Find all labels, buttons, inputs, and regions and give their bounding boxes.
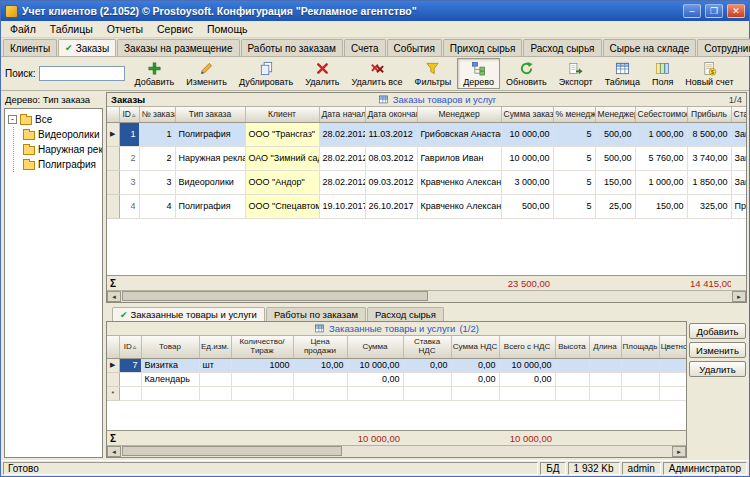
cell[interactable]: 1 000,00: [635, 122, 687, 146]
column-header[interactable]: Ед.изм.: [199, 336, 231, 358]
cell[interactable]: 0,00: [451, 372, 499, 386]
tab-расход-сырья[interactable]: Расход сырья: [367, 307, 444, 321]
cell[interactable]: 19.10.2017: [319, 194, 365, 218]
maximize-button[interactable]: ❐: [705, 4, 723, 18]
cell[interactable]: Кравченко Александр: [417, 170, 501, 194]
cell[interactable]: 0,00: [347, 372, 403, 386]
delete-button[interactable]: Удалить: [299, 58, 345, 89]
column-header[interactable]: Себестоимость: [635, 107, 687, 122]
cell[interactable]: Полиграфия: [175, 122, 245, 146]
cell[interactable]: [451, 386, 499, 400]
column-header[interactable]: Статус заказа: [731, 107, 746, 122]
cell[interactable]: 26.10.2017: [365, 194, 417, 218]
table-row[interactable]: *: [107, 386, 686, 400]
cell[interactable]: 0,00: [499, 372, 555, 386]
cell[interactable]: 500,00: [501, 194, 553, 218]
table-row[interactable]: 22Наружная рекламаОАО "Зимний сад"28.02.…: [107, 146, 746, 170]
cell[interactable]: 325,00: [687, 194, 731, 218]
cell[interactable]: 3: [139, 170, 175, 194]
menu-item[interactable]: Файл: [3, 22, 43, 36]
cell[interactable]: [589, 386, 621, 400]
column-header[interactable]: Клиент: [245, 107, 319, 122]
detail-delete-button[interactable]: Удалить: [689, 361, 746, 377]
cell[interactable]: 08.03.2012: [365, 146, 417, 170]
cell[interactable]: [119, 372, 141, 386]
column-header[interactable]: Высота: [555, 336, 589, 358]
cell[interactable]: Проект: [731, 194, 746, 218]
detail-edit-button[interactable]: Изменить: [689, 342, 746, 358]
cell[interactable]: 2: [139, 146, 175, 170]
cell[interactable]: [555, 386, 589, 400]
cell[interactable]: Визитка: [141, 358, 199, 372]
cell[interactable]: [231, 372, 293, 386]
cell[interactable]: 10,00: [293, 358, 347, 372]
cell[interactable]: [403, 386, 451, 400]
column-header[interactable]: Площадь: [621, 336, 659, 358]
export-button[interactable]: Экспорт: [553, 58, 599, 89]
tree-item[interactable]: Наружная реклама: [21, 142, 101, 157]
cell[interactable]: 5: [553, 146, 595, 170]
new-invoice-button[interactable]: $Новый счет: [679, 58, 739, 89]
cell[interactable]: 4: [139, 194, 175, 218]
cell[interactable]: 500,00: [595, 146, 635, 170]
column-header[interactable]: Прибыль: [687, 107, 731, 122]
cell[interactable]: 5: [553, 122, 595, 146]
cell[interactable]: 25,00: [595, 194, 635, 218]
detail-add-button[interactable]: Добавить: [689, 323, 746, 339]
tab-расход-сырья[interactable]: Расход сырья: [523, 39, 601, 56]
cell[interactable]: ООО "Спецавтомат": [245, 194, 319, 218]
cell[interactable]: Завершен: [731, 146, 746, 170]
cell[interactable]: 5 760,00: [635, 146, 687, 170]
scroll-left-icon[interactable]: ◄: [107, 446, 121, 457]
tree-item[interactable]: Видеоролики: [21, 127, 101, 142]
column-header[interactable]: ID▵: [119, 107, 139, 122]
column-header[interactable]: Менеджер: [417, 107, 501, 122]
cell[interactable]: 28.02.2012: [319, 146, 365, 170]
cell[interactable]: 10 000,00: [347, 358, 403, 372]
cell[interactable]: ООО "Трансгаз": [245, 122, 319, 146]
detail-hscrollbar[interactable]: ◄ ►: [107, 445, 686, 457]
cell[interactable]: 150,00: [635, 194, 687, 218]
cell[interactable]: 500,00: [595, 122, 635, 146]
cell[interactable]: [621, 372, 659, 386]
column-header[interactable]: Дата начала: [319, 107, 365, 122]
cell[interactable]: [199, 372, 231, 386]
scroll-right-icon[interactable]: ►: [732, 291, 746, 302]
tab-заказы-на-размещение[interactable]: Заказы на размещение: [117, 39, 239, 56]
scroll-thumb[interactable]: [122, 291, 428, 301]
column-header[interactable]: Длина: [589, 336, 621, 358]
cell[interactable]: [659, 358, 686, 372]
table-row[interactable]: ▶7Визиткашт100010,0010 000,000,000,0010 …: [107, 358, 686, 372]
column-header[interactable]: Всего с НДС: [499, 336, 555, 358]
tab-приход-сырья[interactable]: Приход сырья: [443, 39, 523, 56]
cell[interactable]: Кравченко Александр: [417, 194, 501, 218]
cell[interactable]: [347, 386, 403, 400]
column-header[interactable]: Сумма: [347, 336, 403, 358]
cell[interactable]: [555, 358, 589, 372]
column-header[interactable]: № заказа: [139, 107, 175, 122]
cell[interactable]: ООО "Андор": [245, 170, 319, 194]
tree-root[interactable]: - Все: [6, 112, 101, 127]
scroll-track[interactable]: [121, 291, 732, 302]
cell[interactable]: 1 850,00: [687, 170, 731, 194]
cell[interactable]: [499, 386, 555, 400]
cell[interactable]: Наружная реклама: [175, 146, 245, 170]
refresh-button[interactable]: Обновить: [500, 58, 553, 89]
cell[interactable]: 2: [119, 146, 139, 170]
cell[interactable]: ОАО "Зимний сад": [245, 146, 319, 170]
cell[interactable]: 1: [119, 122, 139, 146]
tab-работы-по-заказам[interactable]: Работы по заказам: [241, 39, 343, 56]
cell[interactable]: 3: [119, 170, 139, 194]
cell[interactable]: Грибовская Анастасия: [417, 122, 501, 146]
cell[interactable]: 10 000,00: [501, 146, 553, 170]
column-header[interactable]: Ставка НДС: [403, 336, 451, 358]
cell[interactable]: шт: [199, 358, 231, 372]
table-row[interactable]: 33ВидеороликиООО "Андор"28.02.201209.03.…: [107, 170, 746, 194]
cell[interactable]: [119, 386, 141, 400]
cell[interactable]: 5: [553, 170, 595, 194]
cell[interactable]: 5: [553, 194, 595, 218]
cell[interactable]: [555, 372, 589, 386]
cell[interactable]: Видеоролики: [175, 170, 245, 194]
column-header[interactable]: Цена продажи: [293, 336, 347, 358]
minimize-button[interactable]: –: [683, 4, 701, 18]
